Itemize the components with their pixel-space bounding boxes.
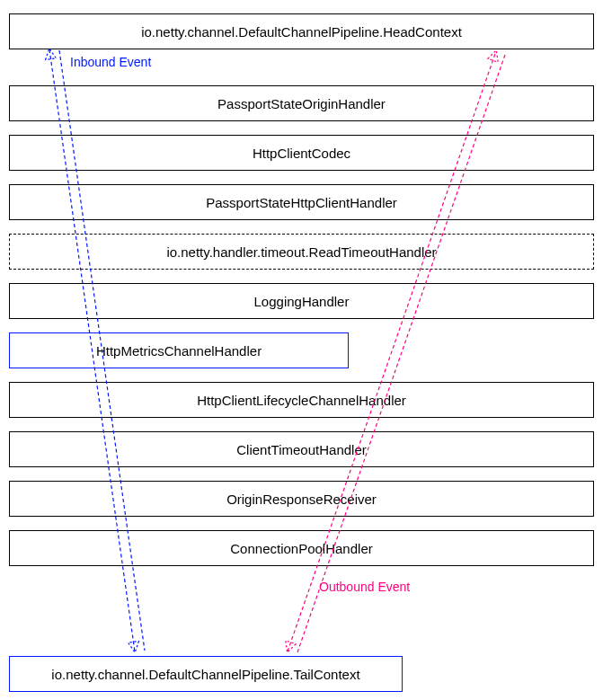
outbound-event-label: Outbound Event (319, 580, 410, 594)
handler-http-client-codec: HttpClientCodec (9, 135, 594, 171)
handler-passport-origin: PassportStateOriginHandler (9, 85, 594, 121)
handler-tail-context: io.netty.channel.DefaultChannelPipeline.… (9, 656, 403, 692)
handler-connection-pool: ConnectionPoolHandler (9, 530, 594, 566)
handler-head-context: io.netty.channel.DefaultChannelPipeline.… (9, 13, 594, 49)
handler-lifecycle: HttpClientLifecycleChannelHandler (9, 382, 594, 418)
handler-origin-response: OriginResponseReceiver (9, 481, 594, 517)
handler-http-metrics: HttpMetricsChannelHandler (9, 332, 349, 368)
handler-logging: LoggingHandler (9, 283, 594, 319)
inbound-event-label: Inbound Event (70, 55, 151, 69)
handler-read-timeout: io.netty.handler.timeout.ReadTimeoutHand… (9, 234, 594, 270)
handler-client-timeout: ClientTimeoutHandler (9, 431, 594, 467)
handler-passport-http-client: PassportStateHttpClientHandler (9, 184, 594, 220)
